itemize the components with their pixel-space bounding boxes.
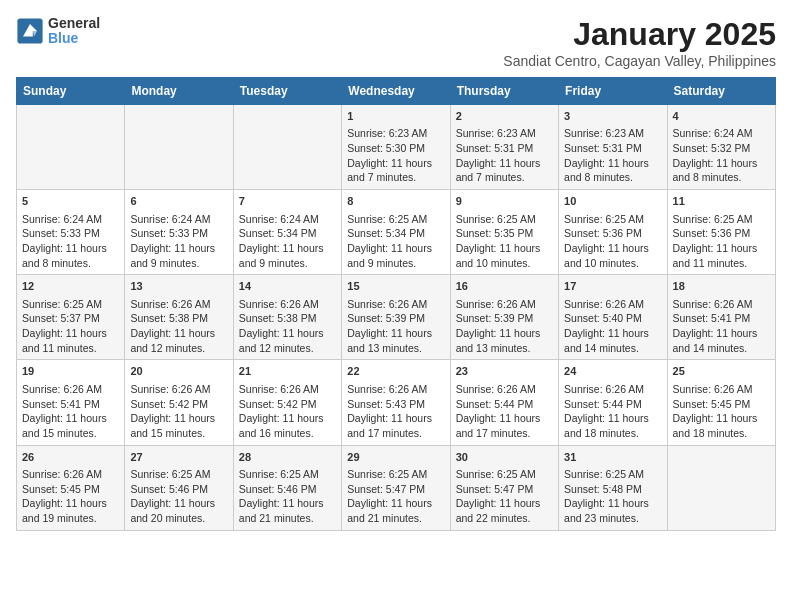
calendar-cell: 13Sunrise: 6:26 AMSunset: 5:38 PMDayligh… [125,275,233,360]
day-info: Sunrise: 6:24 AM [239,212,336,227]
day-number: 5 [22,194,119,209]
day-number: 10 [564,194,661,209]
day-info: Daylight: 11 hours and 18 minutes. [564,411,661,440]
day-info: Sunset: 5:36 PM [673,226,770,241]
day-info: Sunset: 5:36 PM [564,226,661,241]
day-info: Daylight: 11 hours and 9 minutes. [347,241,444,270]
calendar-cell [233,105,341,190]
day-info: Sunrise: 6:25 AM [130,467,227,482]
day-number: 19 [22,364,119,379]
day-number: 12 [22,279,119,294]
day-info: Sunrise: 6:23 AM [456,126,553,141]
day-info: Sunset: 5:43 PM [347,397,444,412]
day-number: 24 [564,364,661,379]
weekday-header-tuesday: Tuesday [233,78,341,105]
weekday-header-friday: Friday [559,78,667,105]
day-info: Sunset: 5:46 PM [239,482,336,497]
day-number: 29 [347,450,444,465]
calendar-week-row: 1Sunrise: 6:23 AMSunset: 5:30 PMDaylight… [17,105,776,190]
calendar-cell: 27Sunrise: 6:25 AMSunset: 5:46 PMDayligh… [125,445,233,530]
calendar-table: SundayMondayTuesdayWednesdayThursdayFrid… [16,77,776,531]
calendar-cell: 21Sunrise: 6:26 AMSunset: 5:42 PMDayligh… [233,360,341,445]
day-info: Daylight: 11 hours and 7 minutes. [456,156,553,185]
day-number: 26 [22,450,119,465]
day-info: Sunset: 5:40 PM [564,311,661,326]
calendar-cell: 28Sunrise: 6:25 AMSunset: 5:46 PMDayligh… [233,445,341,530]
day-number: 21 [239,364,336,379]
calendar-cell: 12Sunrise: 6:25 AMSunset: 5:37 PMDayligh… [17,275,125,360]
logo: General Blue [16,16,100,47]
day-number: 30 [456,450,553,465]
day-info: Sunset: 5:39 PM [347,311,444,326]
calendar-cell: 15Sunrise: 6:26 AMSunset: 5:39 PMDayligh… [342,275,450,360]
day-number: 13 [130,279,227,294]
logo-text-bottom: Blue [48,31,100,46]
day-info: Sunrise: 6:25 AM [239,467,336,482]
calendar-cell: 26Sunrise: 6:26 AMSunset: 5:45 PMDayligh… [17,445,125,530]
weekday-header-row: SundayMondayTuesdayWednesdayThursdayFrid… [17,78,776,105]
day-info: Sunset: 5:41 PM [673,311,770,326]
day-info: Daylight: 11 hours and 12 minutes. [239,326,336,355]
weekday-header-thursday: Thursday [450,78,558,105]
calendar-cell [17,105,125,190]
day-number: 9 [456,194,553,209]
calendar-cell: 18Sunrise: 6:26 AMSunset: 5:41 PMDayligh… [667,275,775,360]
day-info: Sunset: 5:44 PM [564,397,661,412]
day-info: Sunrise: 6:25 AM [673,212,770,227]
day-number: 15 [347,279,444,294]
title-block: January 2025 Sandiat Centro, Cagayan Val… [503,16,776,69]
day-number: 17 [564,279,661,294]
day-info: Daylight: 11 hours and 23 minutes. [564,496,661,525]
day-info: Sunrise: 6:25 AM [456,212,553,227]
day-info: Sunset: 5:41 PM [22,397,119,412]
weekday-header-saturday: Saturday [667,78,775,105]
day-info: Sunrise: 6:25 AM [347,212,444,227]
day-number: 20 [130,364,227,379]
day-info: Sunset: 5:39 PM [456,311,553,326]
day-info: Sunset: 5:31 PM [456,141,553,156]
day-info: Sunset: 5:44 PM [456,397,553,412]
calendar-cell: 31Sunrise: 6:25 AMSunset: 5:48 PMDayligh… [559,445,667,530]
calendar-cell: 2Sunrise: 6:23 AMSunset: 5:31 PMDaylight… [450,105,558,190]
weekday-header-sunday: Sunday [17,78,125,105]
day-number: 22 [347,364,444,379]
day-number: 2 [456,109,553,124]
day-info: Daylight: 11 hours and 9 minutes. [130,241,227,270]
calendar-cell [667,445,775,530]
day-number: 8 [347,194,444,209]
day-info: Sunrise: 6:26 AM [22,467,119,482]
day-number: 7 [239,194,336,209]
day-info: Daylight: 11 hours and 13 minutes. [456,326,553,355]
day-info: Sunrise: 6:26 AM [239,382,336,397]
day-number: 25 [673,364,770,379]
calendar-cell: 1Sunrise: 6:23 AMSunset: 5:30 PMDaylight… [342,105,450,190]
day-info: Sunset: 5:34 PM [239,226,336,241]
day-info: Daylight: 11 hours and 22 minutes. [456,496,553,525]
day-info: Sunset: 5:47 PM [456,482,553,497]
day-info: Sunset: 5:32 PM [673,141,770,156]
day-info: Daylight: 11 hours and 18 minutes. [673,411,770,440]
calendar-week-row: 12Sunrise: 6:25 AMSunset: 5:37 PMDayligh… [17,275,776,360]
calendar-week-row: 5Sunrise: 6:24 AMSunset: 5:33 PMDaylight… [17,190,776,275]
day-number: 23 [456,364,553,379]
day-info: Daylight: 11 hours and 14 minutes. [673,326,770,355]
calendar-cell: 6Sunrise: 6:24 AMSunset: 5:33 PMDaylight… [125,190,233,275]
logo-text-top: General [48,16,100,31]
day-info: Sunrise: 6:24 AM [22,212,119,227]
calendar-cell: 29Sunrise: 6:25 AMSunset: 5:47 PMDayligh… [342,445,450,530]
day-info: Sunrise: 6:26 AM [347,382,444,397]
logo-icon [16,17,44,45]
day-info: Sunset: 5:33 PM [130,226,227,241]
calendar-cell: 24Sunrise: 6:26 AMSunset: 5:44 PMDayligh… [559,360,667,445]
day-info: Daylight: 11 hours and 10 minutes. [456,241,553,270]
day-info: Daylight: 11 hours and 15 minutes. [130,411,227,440]
day-info: Daylight: 11 hours and 8 minutes. [673,156,770,185]
day-info: Daylight: 11 hours and 11 minutes. [22,326,119,355]
day-info: Sunrise: 6:26 AM [130,382,227,397]
day-info: Daylight: 11 hours and 17 minutes. [347,411,444,440]
day-info: Sunrise: 6:26 AM [673,382,770,397]
calendar-cell: 30Sunrise: 6:25 AMSunset: 5:47 PMDayligh… [450,445,558,530]
day-number: 16 [456,279,553,294]
day-number: 11 [673,194,770,209]
day-info: Sunrise: 6:26 AM [130,297,227,312]
